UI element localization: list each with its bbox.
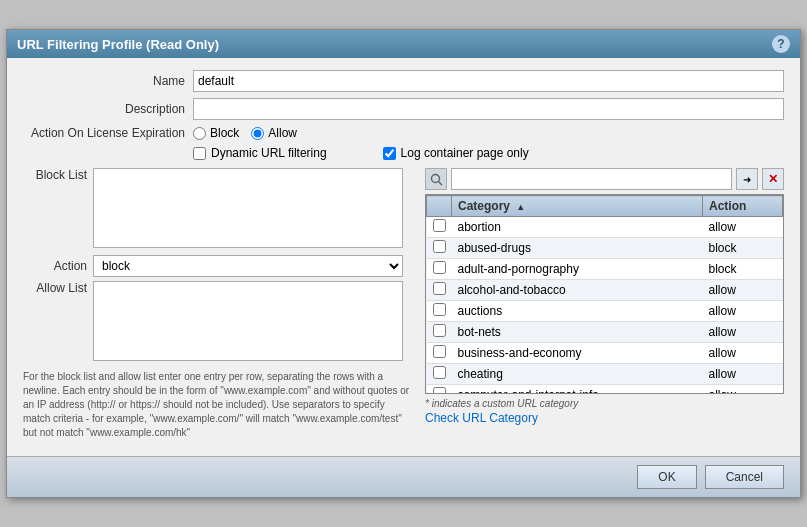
allow-list-textarea[interactable] <box>93 281 403 361</box>
log-container-checkbox[interactable] <box>383 147 396 160</box>
category-table-wrapper: Category ▲ Action abortion allow <box>425 194 784 394</box>
svg-line-1 <box>438 181 442 185</box>
row-checkbox[interactable] <box>433 219 446 232</box>
table-row: abortion allow <box>427 217 783 238</box>
license-radio-group: Block Allow <box>193 126 297 140</box>
dialog-titlebar: URL Filtering Profile (Read Only) ? <box>7 30 800 58</box>
row-category-name: business-and-economy <box>452 343 703 364</box>
allow-radio-text: Allow <box>268 126 297 140</box>
row-action: block <box>703 259 783 280</box>
row-checkbox[interactable] <box>433 387 446 394</box>
table-row: auctions allow <box>427 301 783 322</box>
log-container-label[interactable]: Log container page only <box>383 146 529 160</box>
allow-radio-label[interactable]: Allow <box>251 126 297 140</box>
action-select[interactable]: block allow <box>93 255 403 277</box>
row-checkbox[interactable] <box>433 345 446 358</box>
allow-list-label: Allow List <box>23 281 93 295</box>
description-input[interactable] <box>193 98 784 120</box>
left-panel: Block List Action block allow Allow List <box>23 168 413 440</box>
row-checkbox[interactable] <box>433 282 446 295</box>
check-url-link[interactable]: Check URL Category <box>425 411 538 425</box>
right-panel: ➜ ✕ Category ▲ Actio <box>425 168 784 440</box>
help-text: For the block list and allow list enter … <box>23 370 413 440</box>
table-row: adult-and-pornography block <box>427 259 783 280</box>
col-category-header[interactable]: Category ▲ <box>452 196 703 217</box>
search-bar: ➜ ✕ <box>425 168 784 190</box>
row-checkbox[interactable] <box>433 324 446 337</box>
table-row: bot-nets allow <box>427 322 783 343</box>
row-checkbox[interactable] <box>433 366 446 379</box>
row-category-name: cheating <box>452 364 703 385</box>
row-checkbox-cell <box>427 301 452 322</box>
checkbox-row: Dynamic URL filtering Log container page… <box>23 146 784 160</box>
block-radio-label[interactable]: Block <box>193 126 239 140</box>
block-list-container <box>93 168 403 251</box>
name-label: Name <box>23 74 193 88</box>
description-label: Description <box>23 102 193 116</box>
cancel-button[interactable]: Cancel <box>705 465 784 489</box>
row-action: block <box>703 238 783 259</box>
row-action: allow <box>703 280 783 301</box>
row-checkbox[interactable] <box>433 261 446 274</box>
row-action: allow <box>703 322 783 343</box>
row-action: allow <box>703 364 783 385</box>
table-header-row: Category ▲ Action <box>427 196 783 217</box>
dynamic-filtering-label[interactable]: Dynamic URL filtering <box>193 146 327 160</box>
table-row: business-and-economy allow <box>427 343 783 364</box>
main-content: Block List Action block allow Allow List <box>23 168 784 440</box>
license-row: Action On License Expiration Block Allow <box>23 126 784 140</box>
category-tbody: abortion allow abused-drugs block adult-… <box>427 217 783 395</box>
row-checkbox-cell <box>427 322 452 343</box>
row-category-name: bot-nets <box>452 322 703 343</box>
category-search-input[interactable] <box>451 168 732 190</box>
name-row: Name <box>23 70 784 92</box>
dialog-footer: OK Cancel <box>7 456 800 497</box>
clear-button[interactable]: ✕ <box>762 168 784 190</box>
description-row: Description <box>23 98 784 120</box>
row-category-name: adult-and-pornography <box>452 259 703 280</box>
allow-radio[interactable] <box>251 127 264 140</box>
table-row: alcohol-and-tobacco allow <box>427 280 783 301</box>
row-checkbox-cell <box>427 385 452 395</box>
table-row: cheating allow <box>427 364 783 385</box>
dialog: URL Filtering Profile (Read Only) ? Name… <box>6 29 801 498</box>
dialog-body: Name Description Action On License Expir… <box>7 58 800 448</box>
allow-list-row: Allow List <box>23 281 413 364</box>
block-radio-text: Block <box>210 126 239 140</box>
row-checkbox[interactable] <box>433 240 446 253</box>
help-icon[interactable]: ? <box>772 35 790 53</box>
allow-list-container <box>93 281 403 364</box>
license-label: Action On License Expiration <box>23 126 193 140</box>
row-category-name: alcohol-and-tobacco <box>452 280 703 301</box>
sort-arrow: ▲ <box>516 202 525 212</box>
ok-button[interactable]: OK <box>637 465 696 489</box>
row-checkbox[interactable] <box>433 303 446 316</box>
action-row: Action block allow <box>23 255 413 277</box>
row-checkbox-cell <box>427 217 452 238</box>
search-icon <box>425 168 447 190</box>
row-checkbox-cell <box>427 259 452 280</box>
row-checkbox-cell <box>427 238 452 259</box>
row-action: allow <box>703 343 783 364</box>
name-input[interactable] <box>193 70 784 92</box>
row-category-name: auctions <box>452 301 703 322</box>
row-category-name: abortion <box>452 217 703 238</box>
table-row: computer-and-internet-info allow <box>427 385 783 395</box>
row-action: allow <box>703 301 783 322</box>
block-radio[interactable] <box>193 127 206 140</box>
svg-point-0 <box>431 174 439 182</box>
dialog-title: URL Filtering Profile (Read Only) <box>17 37 219 52</box>
next-button[interactable]: ➜ <box>736 168 758 190</box>
row-checkbox-cell <box>427 280 452 301</box>
asterisk-note: * indicates a custom URL category <box>425 398 784 409</box>
row-category-name: computer-and-internet-info <box>452 385 703 395</box>
block-list-textarea[interactable] <box>93 168 403 248</box>
action-label: Action <box>23 259 93 273</box>
category-table: Category ▲ Action abortion allow <box>426 195 783 394</box>
col-action-header[interactable]: Action <box>703 196 783 217</box>
row-category-name: abused-drugs <box>452 238 703 259</box>
row-checkbox-cell <box>427 343 452 364</box>
row-action: allow <box>703 217 783 238</box>
dynamic-filtering-checkbox[interactable] <box>193 147 206 160</box>
block-list-label: Block List <box>23 168 93 182</box>
